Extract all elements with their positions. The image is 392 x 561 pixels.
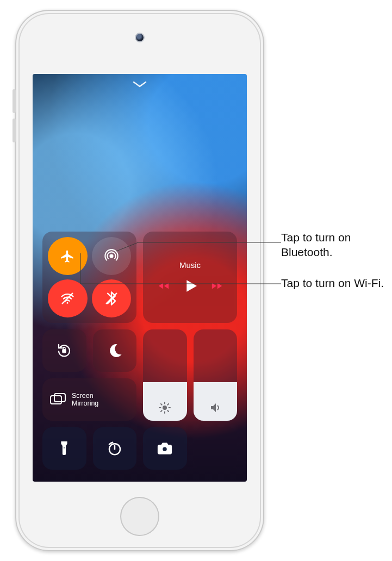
callout-wifi-text: Tap to turn on Wi-Fi. [281,277,384,289]
flashlight-icon [56,440,72,457]
callout-bluetooth-leader [116,242,281,251]
svg-point-19 [163,447,167,452]
svg-line-10 [161,404,162,405]
timer-button[interactable] [93,427,137,470]
callout-wifi-leader [80,253,281,284]
svg-rect-4 [63,350,66,353]
wifi-off-icon [60,291,75,306]
airplane-icon [60,248,75,264]
brightness-icon [158,401,171,414]
bluetooth-off-icon [104,291,119,306]
svg-rect-15 [54,394,65,402]
volume-down-button[interactable] [13,119,16,142]
screen-mirroring-icon [50,393,66,406]
sliders-group [143,329,237,421]
home-button[interactable] [120,497,159,536]
callout-wifi: Tap to turn on Wi-Fi. [281,276,384,291]
orientation-lock-icon [56,342,72,359]
svg-line-12 [161,410,162,412]
camera-button[interactable] [143,427,187,470]
moon-icon [107,342,123,359]
callout-bluetooth: Tap to turn on Bluetooth. [281,230,387,260]
volume-up-button[interactable] [13,89,16,113]
camera-icon [157,440,173,457]
svg-point-5 [163,406,167,410]
svg-point-1 [67,302,69,304]
orientation-lock-toggle[interactable] [42,329,86,372]
screen-mirroring-button[interactable]: Screen Mirroring [42,378,136,421]
svg-line-11 [168,410,169,412]
brightness-slider[interactable] [143,329,187,421]
bluetooth-toggle[interactable] [92,279,132,317]
svg-rect-14 [51,396,61,404]
callout-bluetooth-text: Tap to turn on Bluetooth. [281,231,351,258]
timer-icon [107,440,123,457]
svg-point-16 [64,447,65,448]
do-not-disturb-toggle[interactable] [93,329,137,372]
svg-line-13 [168,404,169,405]
screen-mirroring-label: Screen Mirroring [72,392,98,408]
wifi-toggle[interactable] [48,279,88,317]
dismiss-chevron-icon[interactable] [132,80,147,90]
front-camera [136,34,144,41]
volume-icon [209,401,222,414]
volume-slider[interactable] [194,329,238,421]
empty-slot [194,427,238,470]
flashlight-button[interactable] [42,427,86,470]
